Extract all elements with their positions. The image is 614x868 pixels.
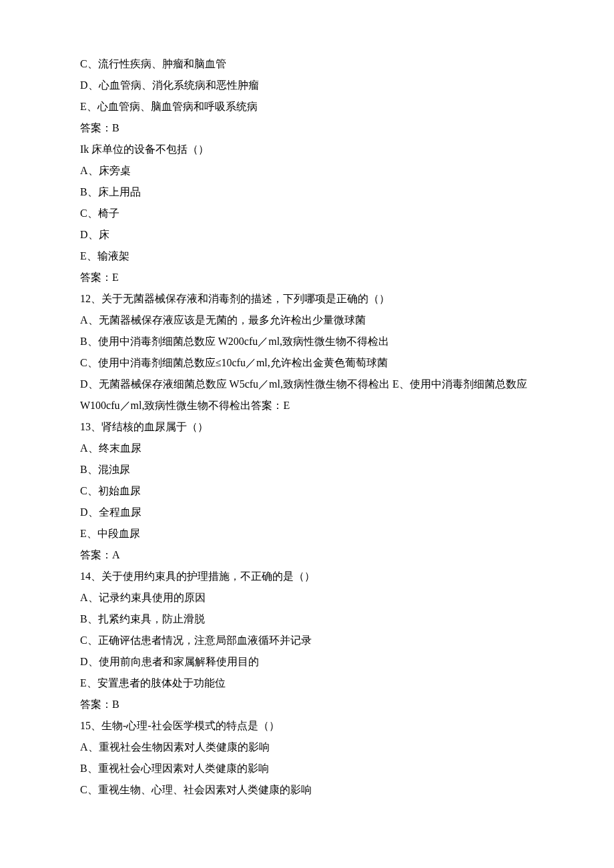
q14-option-b: B、扎紧约束具，防止滑脱 — [80, 608, 534, 630]
q14-option-a: A、记录约束具使用的原因 — [80, 587, 534, 608]
q12-option-d-e-answer: D、无菌器械保存液细菌总数应 W5cfu／ml,致病性微生物不得检出 E、使用中… — [80, 374, 534, 416]
q13-answer: 答案：A — [80, 544, 534, 566]
q10-option-c: C、流行性疾病、肿瘤和脑血管 — [80, 53, 534, 75]
q13-option-b: B、混浊尿 — [80, 459, 534, 480]
q15-option-a: A、重视社会生物因素对人类健康的影响 — [80, 737, 534, 758]
q11-stem: Ik 床单位的设备不包括（） — [80, 139, 534, 160]
q13-option-c: C、初始血尿 — [80, 480, 534, 502]
q14-option-d: D、使用前向患者和家属解释使用目的 — [80, 651, 534, 673]
q12-stem: 12、关于无菌器械保存液和消毒剂的描述，下列哪项是正确的（） — [80, 288, 534, 310]
document-page: C、流行性疾病、肿瘤和脑血管 D、心血管病、消化系统病和恶性肿瘤 E、心血管病、… — [0, 0, 614, 854]
q11-option-b: B、床上用品 — [80, 181, 534, 203]
q11-option-d: D、床 — [80, 224, 534, 246]
q15-option-b: B、重视社会心理因素对人类健康的影响 — [80, 758, 534, 779]
q14-answer: 答案：B — [80, 694, 534, 715]
q11-option-c: C、椅子 — [80, 203, 534, 224]
q11-answer: 答案：E — [80, 267, 534, 288]
q10-option-e: E、心血管病、脑血管病和呼吸系统病 — [80, 96, 534, 117]
q13-option-d: D、全程血尿 — [80, 502, 534, 523]
q10-answer: 答案：B — [80, 117, 534, 139]
q15-option-c: C、重视生物、心理、社会因素对人类健康的影响 — [80, 779, 534, 801]
q11-option-e: E、输液架 — [80, 246, 534, 267]
q11-option-a: A、床旁桌 — [80, 160, 534, 181]
q14-option-c: C、正确评估患者情况，注意局部血液循环并记录 — [80, 630, 534, 651]
q14-stem: 14、关于使用约束具的护理措施，不正确的是（） — [80, 566, 534, 587]
q13-stem: 13、肾结核的血尿属于（） — [80, 416, 534, 438]
q12-option-c: C、使用中消毒剂细菌总数应≤10cfu／ml,允许检出金黄色葡萄球菌 — [80, 352, 534, 374]
q12-option-a: A、无菌器械保存液应该是无菌的，最多允许检出少量微球菌 — [80, 310, 534, 331]
q12-option-b: B、使用中消毒剂细菌总数应 W200cfu／ml,致病性微生物不得检出 — [80, 331, 534, 352]
q13-option-a: A、终末血尿 — [80, 438, 534, 459]
q13-option-e: E、中段血尿 — [80, 523, 534, 544]
q15-stem: 15、生物-心理-社会医学模式的特点是（） — [80, 715, 534, 737]
q10-option-d: D、心血管病、消化系统病和恶性肿瘤 — [80, 75, 534, 96]
q14-option-e: E、安置患者的肢体处于功能位 — [80, 673, 534, 694]
